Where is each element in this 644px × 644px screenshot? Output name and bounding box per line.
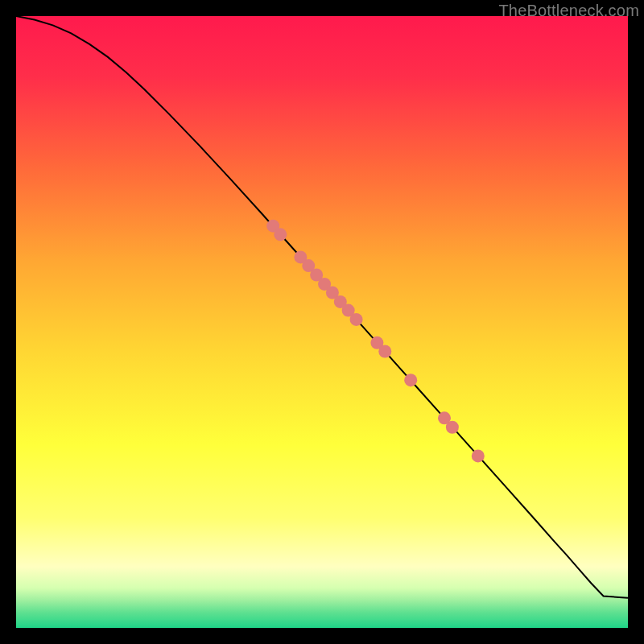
data-marker (446, 421, 459, 434)
chart-frame: TheBottleneck.com (0, 0, 644, 644)
watermark-text: TheBottleneck.com (498, 2, 639, 20)
data-marker (274, 228, 287, 241)
markers-group (266, 220, 485, 463)
plot-area (16, 16, 628, 628)
data-marker (350, 313, 363, 326)
data-marker (472, 449, 485, 462)
curve-line (16, 16, 628, 598)
data-marker (378, 345, 391, 357)
data-marker (404, 374, 417, 386)
curve-layer (16, 16, 628, 628)
